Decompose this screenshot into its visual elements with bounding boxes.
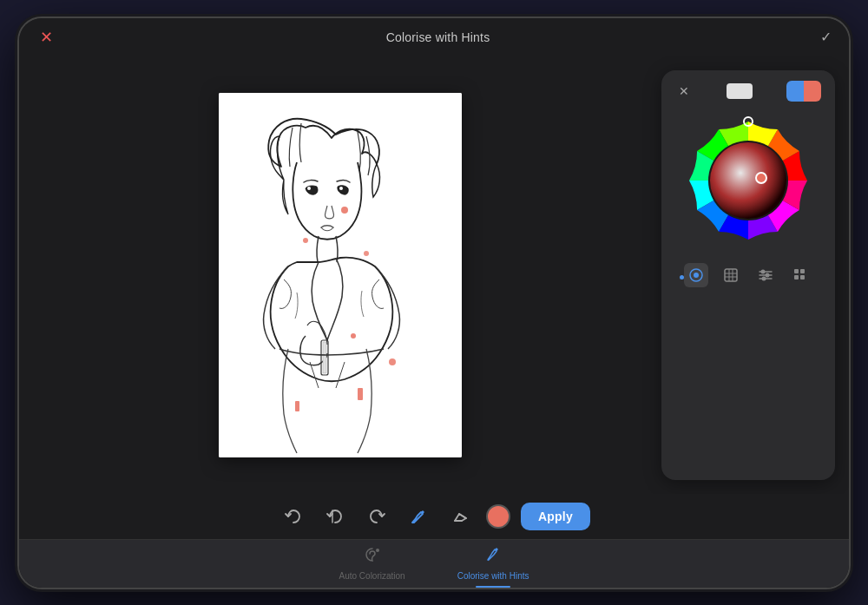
- tab-sliders[interactable]: [753, 263, 778, 287]
- undo-back-icon: [326, 507, 345, 526]
- wheel-icon: [688, 267, 704, 283]
- confirm-button[interactable]: ✓: [820, 29, 832, 45]
- eraser-button[interactable]: [444, 501, 476, 532]
- close-button[interactable]: ✕: [36, 28, 56, 47]
- canvas-paper: [219, 93, 462, 457]
- svg-point-8: [389, 358, 396, 365]
- svg-rect-33: [800, 275, 805, 279]
- svg-rect-4: [323, 342, 326, 373]
- svg-point-18: [694, 273, 699, 278]
- svg-rect-10: [295, 401, 299, 411]
- app-container: ✕ Colorise with Hints ✓: [19, 18, 849, 588]
- color-wheel-container[interactable]: [672, 109, 825, 253]
- active-nav-indicator: [476, 586, 510, 588]
- redo-icon: [367, 507, 386, 526]
- svg-rect-19: [725, 269, 737, 281]
- colorise-svg: [484, 546, 502, 563]
- svg-point-27: [761, 269, 766, 273]
- colorise-hints-label: Colorise with Hints: [457, 571, 529, 581]
- eraser-icon: [450, 507, 470, 526]
- svg-point-11: [364, 251, 369, 256]
- main-content: ✕: [19, 56, 849, 494]
- nav-item-auto-colorization[interactable]: Auto Colorization: [339, 546, 405, 581]
- color-swatch-split[interactable]: [786, 81, 821, 102]
- brush-button[interactable]: [403, 501, 434, 532]
- color-panel: ✕: [661, 70, 835, 480]
- device-frame: ✕ Colorise with Hints ✓: [17, 16, 851, 589]
- svg-point-2: [339, 187, 343, 190]
- colorise-hints-icon: [484, 546, 502, 568]
- svg-rect-32: [794, 275, 799, 279]
- swatch-red: [804, 81, 821, 102]
- tab-grid[interactable]: [788, 263, 812, 287]
- svg-rect-7: [358, 388, 363, 400]
- svg-point-6: [351, 333, 356, 339]
- panel-tabs: [672, 260, 825, 291]
- svg-point-28: [766, 273, 770, 277]
- top-bar: ✕ Colorise with Hints ✓: [19, 18, 849, 56]
- panel-close-button[interactable]: ✕: [675, 82, 693, 100]
- spectrum-icon: [723, 267, 739, 283]
- svg-rect-0: [219, 93, 462, 457]
- svg-point-5: [341, 207, 348, 214]
- panel-header: ✕: [672, 81, 825, 102]
- svg-rect-30: [794, 269, 799, 273]
- redo-button[interactable]: [361, 501, 392, 532]
- nav-item-colorise-hints[interactable]: Colorise with Hints: [457, 546, 529, 581]
- tab-wheel[interactable]: [684, 263, 708, 287]
- svg-point-35: [376, 549, 379, 552]
- sliders-icon: [758, 267, 773, 283]
- undo-back-button[interactable]: [319, 501, 351, 532]
- svg-rect-31: [800, 269, 805, 273]
- undo-icon: [284, 507, 303, 526]
- svg-point-29: [762, 276, 766, 280]
- drawing-svg: [219, 93, 462, 457]
- svg-point-15: [756, 173, 766, 183]
- auto-colorization-label: Auto Colorization: [339, 571, 405, 581]
- undo-button[interactable]: [278, 501, 309, 532]
- color-wheel-svg: [683, 115, 813, 246]
- auto-colorization-icon: [364, 546, 381, 568]
- side-indicator: [680, 275, 684, 279]
- svg-point-9: [303, 238, 308, 243]
- brush-icon: [409, 507, 428, 526]
- auto-colorize-svg: [364, 546, 381, 563]
- canvas-area[interactable]: [19, 56, 661, 494]
- swatch-blue: [786, 81, 804, 102]
- svg-point-1: [307, 187, 311, 190]
- bottom-nav: Auto Colorization Colorise with Hints: [19, 539, 849, 588]
- tab-spectrum[interactable]: [719, 263, 743, 287]
- bottom-toolbar: Apply: [19, 494, 849, 539]
- apply-button[interactable]: Apply: [521, 503, 590, 530]
- page-title: Colorise with Hints: [386, 30, 490, 44]
- grid-icon: [792, 267, 808, 283]
- color-swatch-white[interactable]: [727, 83, 753, 99]
- color-picker-dot[interactable]: [486, 504, 510, 529]
- svg-point-14: [710, 142, 786, 219]
